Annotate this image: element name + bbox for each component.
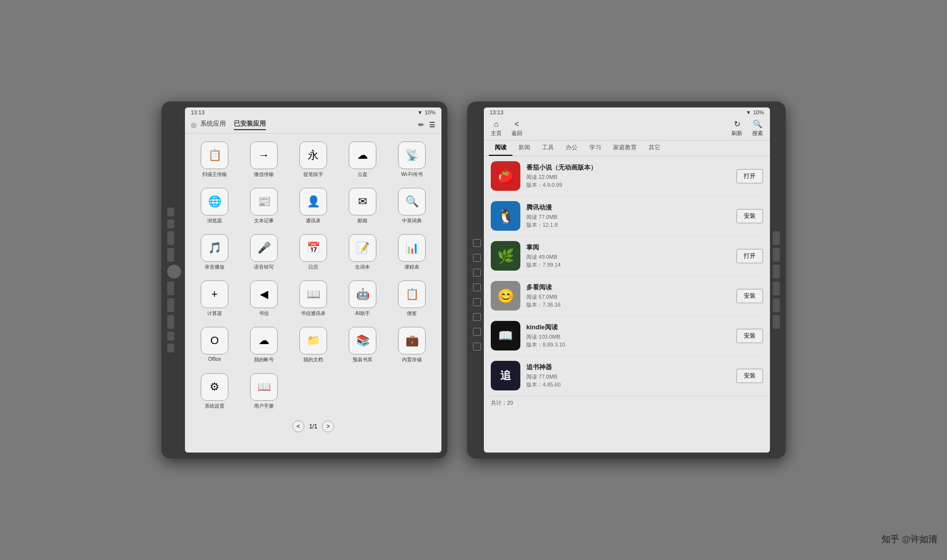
- side-btn-4[interactable]: [167, 248, 174, 262]
- app-item-system-settings[interactable]: ⚙系统设置: [191, 369, 238, 414]
- nav-back[interactable]: < 返回: [511, 120, 522, 137]
- edit-icon[interactable]: ✏: [418, 121, 424, 129]
- app-icon-calendar: 📅: [299, 234, 327, 262]
- app-item-email[interactable]: ✉邮箱: [339, 184, 386, 228]
- category-家庭教育[interactable]: 家庭教育: [607, 140, 643, 156]
- store-app-icon-kindle: 📖: [491, 321, 520, 350]
- app-icon-scan-transfer: 📋: [201, 141, 228, 169]
- app-item-preinstall-books[interactable]: 📚预装书库: [339, 323, 386, 367]
- side-btn-5[interactable]: [167, 281, 174, 295]
- search-nav-label: 搜索: [752, 130, 763, 137]
- back-nav-label: 返回: [511, 130, 522, 137]
- app-label-speech-to-text: 语音转写: [254, 264, 274, 271]
- right-side-btn-1[interactable]: [773, 231, 780, 245]
- category-其它[interactable]: 其它: [643, 140, 666, 156]
- right-screen: 13:13 ▼ 10% ⌂ 主页 < 返回 ↻ 刷新: [484, 107, 770, 453]
- app-label-calculator: 计算器: [207, 310, 222, 317]
- app-item-my-account[interactable]: ☁我的帐号: [240, 323, 288, 367]
- right-side-btn-3[interactable]: [773, 265, 780, 279]
- store-app-info-fanqie: 番茄小说（无动画版本）阅读 22.0MB版本：4.9.0.99: [526, 163, 730, 189]
- category-工具[interactable]: 工具: [536, 140, 560, 156]
- app-item-scan-transfer[interactable]: 📋扫描王传输: [191, 138, 238, 182]
- category-新闻[interactable]: 新闻: [512, 140, 536, 156]
- app-item-shuxin[interactable]: ◀书信: [240, 277, 288, 321]
- app-item-office[interactable]: OOffice: [191, 323, 238, 367]
- nav-home[interactable]: ⌂ 主页: [491, 120, 502, 137]
- right-side-btn-4[interactable]: [773, 281, 780, 295]
- refresh-label: 刷新: [731, 130, 742, 137]
- left-device: 13:13 ▼ 10% ◎ 系统应用 已安装应用 ✏ ☰ 📋扫描王传输→微信传输…: [161, 102, 447, 458]
- app-icon-wechat-transfer: →: [250, 141, 278, 169]
- app-item-calendar[interactable]: 📅日历: [290, 230, 337, 275]
- app-item-recorder[interactable]: 🎵录音播放: [191, 230, 238, 275]
- app-item-text-notes[interactable]: 📰文本记事: [240, 184, 288, 228]
- next-page-btn[interactable]: >: [322, 420, 334, 432]
- tab-system-apps[interactable]: 系统应用: [200, 119, 226, 130]
- store-app-name-zhuishu: 追书神器: [526, 363, 730, 372]
- app-grid: 📋扫描王传输→微信传输永提笔练字☁云盘📡Wi-Fi传书🌐浏览器📰文本记事👤通讯录…: [185, 134, 441, 418]
- app-item-my-docs[interactable]: 📁我的文档: [290, 323, 337, 367]
- store-app-action-fanqie[interactable]: 打开: [736, 169, 763, 183]
- app-item-speech-to-text[interactable]: 🎤语音转写: [240, 230, 288, 275]
- side-btn-7[interactable]: [167, 315, 174, 329]
- store-app-action-duokan[interactable]: 安装: [736, 289, 763, 303]
- side-btn-9[interactable]: [167, 344, 174, 352]
- right-side-btn-2[interactable]: [773, 248, 780, 262]
- app-icon-schedule: 📊: [398, 234, 426, 262]
- store-footer: 共计：20: [484, 396, 770, 410]
- app-label-sticky-notes: 便签: [407, 310, 417, 317]
- category-阅读[interactable]: 阅读: [489, 140, 512, 156]
- app-item-wifi-book[interactable]: 📡Wi-Fi传书: [388, 138, 436, 182]
- category-办公[interactable]: 办公: [560, 140, 583, 156]
- store-app-meta-zhuishu: 阅读 77.0MB版本：4.85.60: [526, 373, 730, 389]
- left-side-icon-6: [473, 313, 481, 321]
- app-icon-shuxin-contacts: 📖: [299, 280, 327, 308]
- left-side-icon-2: [473, 254, 481, 262]
- side-btn-6[interactable]: [167, 298, 174, 312]
- side-btn-1[interactable]: [167, 208, 174, 216]
- app-item-sticky-notes[interactable]: 📋便签: [388, 277, 436, 321]
- app-item-wechat-transfer[interactable]: →微信传输: [240, 138, 288, 182]
- category-学习[interactable]: 学习: [583, 140, 607, 156]
- app-item-shuxin-contacts[interactable]: 📖书信通讯录: [290, 277, 337, 321]
- right-side-btn-5[interactable]: [773, 298, 780, 312]
- store-app-fanqie: 🍅番茄小说（无动画版本）阅读 22.0MB版本：4.9.0.99打开: [489, 156, 765, 196]
- back-nav-icon: <: [514, 120, 519, 129]
- app-item-ai-assistant[interactable]: 🤖AI助手: [339, 277, 386, 321]
- app-item-schedule[interactable]: 📊课程表: [388, 230, 436, 275]
- app-item-dictionary[interactable]: 🔍中英词典: [388, 184, 436, 228]
- app-item-contacts[interactable]: 👤通讯录: [290, 184, 337, 228]
- back-icon[interactable]: ◎: [191, 121, 196, 129]
- side-btn-8[interactable]: [167, 332, 174, 341]
- nav-refresh[interactable]: ↻ 刷新: [731, 119, 742, 137]
- nav-search[interactable]: 🔍 搜索: [752, 119, 763, 137]
- menu-icon[interactable]: ☰: [429, 121, 436, 129]
- store-app-action-tencent-manga[interactable]: 安装: [736, 209, 763, 223]
- app-label-ai-assistant: AI助手: [355, 310, 369, 317]
- store-app-action-zhuishu[interactable]: 安装: [736, 369, 763, 383]
- battery-left: 10%: [425, 109, 436, 115]
- app-label-vocab-book: 生词本: [355, 264, 370, 271]
- tab-installed-apps[interactable]: 已安装应用: [234, 119, 266, 130]
- prev-page-btn[interactable]: <: [292, 420, 304, 432]
- app-item-vocab-book[interactable]: 📝生词本: [339, 230, 386, 275]
- app-label-email: 邮箱: [358, 217, 367, 224]
- app-icon-my-docs: 📁: [299, 327, 327, 354]
- store-app-action-kindle[interactable]: 安装: [736, 329, 763, 343]
- app-item-user-manual[interactable]: 📖用户手册: [240, 369, 288, 414]
- app-icon-calculator: +: [201, 280, 228, 308]
- right-side-btn-6[interactable]: [773, 315, 780, 329]
- store-header: ⌂ 主页 < 返回 ↻ 刷新 🔍 搜索: [484, 117, 770, 140]
- side-btn-3[interactable]: [167, 231, 174, 245]
- app-item-calculator[interactable]: +计算器: [191, 277, 238, 321]
- side-btn-2[interactable]: [167, 219, 174, 228]
- store-app-icon-duokan: 😊: [491, 281, 520, 311]
- side-btn-round[interactable]: [167, 265, 181, 279]
- app-item-cloud-disk[interactable]: ☁云盘: [339, 138, 386, 182]
- store-app-action-zhangread[interactable]: 打开: [736, 249, 763, 263]
- app-item-penmanship[interactable]: 永提笔练字: [290, 138, 337, 182]
- left-side-icon-7: [473, 328, 481, 336]
- app-item-internal-storage[interactable]: 💼内置存储: [388, 323, 436, 367]
- app-item-browser[interactable]: 🌐浏览器: [191, 184, 238, 228]
- total-count: 共计：20: [491, 400, 513, 406]
